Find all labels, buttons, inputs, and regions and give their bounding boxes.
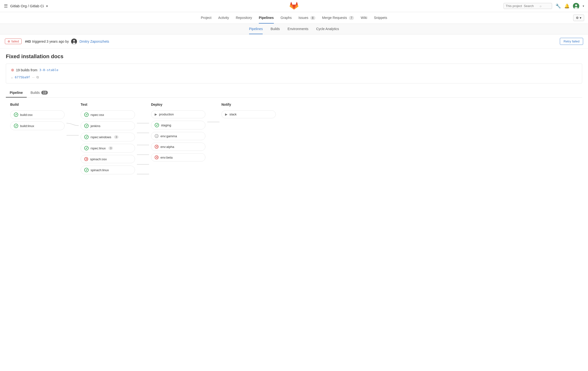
connector-deploy-notify [207, 103, 220, 127]
stage-build-jobs: ✔ build:osx ✔ build:linux [8, 110, 66, 130]
job-status-icon: ✕ [155, 155, 158, 159]
job-status-icon: ✔ [84, 112, 89, 117]
stage-test-jobs: ✔ rspec:osx ✔ jenkins ✔ rspec:windows 3 … [79, 110, 137, 174]
user-avatar[interactable] [573, 3, 579, 9]
job-status-icon: ✔ [155, 123, 159, 127]
job-label: env:alpha [160, 145, 174, 149]
settings-chevron-icon: ▾ [580, 16, 581, 20]
job-status-icon: ✔ [84, 135, 89, 139]
job-jenkins[interactable]: ✔ jenkins [81, 121, 135, 130]
bell-icon[interactable]: 🔔 [564, 3, 569, 9]
nav-merge-requests[interactable]: Merge Requests 7 [322, 12, 354, 23]
job-rspec-linux[interactable]: ✔ rspec:linux 3 [81, 144, 135, 152]
wrench-icon[interactable]: 🔧 [556, 3, 561, 9]
brand-link[interactable]: Gitlab Org / Gitlab Ci [10, 4, 44, 8]
job-status-icon: ✔ [84, 146, 89, 150]
job-status-icon: ✔ [84, 124, 89, 128]
pipeline-user-link[interactable]: Dmitry Zaporozhets [79, 40, 109, 43]
job-env-gamma[interactable]: ⊘ env:gamma [151, 132, 205, 140]
branch-link[interactable]: 3-0-stable [39, 68, 58, 72]
job-retry-badge: 3 [108, 146, 113, 150]
job-rspec-osx[interactable]: ✔ rspec:osx [81, 110, 135, 119]
job-spinach-osx[interactable]: ✕ spinach:osx [81, 155, 135, 163]
job-build-linux[interactable]: ✔ build:linux [10, 121, 64, 130]
failed-badge-label: failed [11, 40, 19, 43]
hamburger-icon[interactable]: ☰ [4, 3, 8, 9]
nav-repository[interactable]: Repository [236, 12, 252, 23]
job-label: rspec:windows [91, 135, 111, 139]
job-status-icon: ✕ [155, 145, 158, 149]
job-label: staging [161, 123, 171, 127]
commit-hash-link[interactable]: 6775ba9f [15, 75, 30, 79]
nav-graphs[interactable]: Graphs [281, 12, 292, 23]
job-label: jenkins [91, 124, 100, 128]
job-retry-badge: 3 [114, 135, 118, 139]
pipeline-subnav: Pipelines Builds Environments Cycle Anal… [0, 24, 588, 34]
nav-center [290, 1, 298, 11]
job-label: build:osx [20, 113, 32, 117]
search-box[interactable]: ⌕ [504, 3, 552, 9]
job-label: rspec:osx [91, 113, 104, 117]
pipeline-triggered-text: triggered 3 years ago by [32, 40, 69, 43]
settings-button[interactable]: ⚙ ▾ [573, 15, 584, 21]
page-title: Fixed installation docs [6, 53, 582, 60]
nav-left: ☰ Gitlab Org / Gitlab Ci ▾ [4, 3, 48, 9]
job-rspec-windows[interactable]: ✔ rspec:windows 3 [81, 133, 135, 141]
issues-badge: 8 [310, 16, 315, 20]
svg-point-5 [73, 42, 75, 44]
user-avatar-img [71, 39, 77, 44]
nav-right: ⌕ 🔧 🔔 ▾ [504, 3, 584, 9]
stage-test: Test ✔ rspec:osx ✔ jenkins ✔ rspec:windo… [79, 103, 137, 174]
job-env-alpha[interactable]: ✕ env:alpha [151, 143, 205, 151]
tab-builds[interactable]: Builds 19 [27, 88, 52, 98]
job-status-icon: ✔ [14, 124, 18, 128]
stage-notify: Notify ▶ slack [220, 103, 278, 118]
stage-build-header: Build [8, 103, 66, 106]
page-content: Fixed installation docs ⊗ 19 builds from… [0, 49, 588, 185]
top-navigation: ☰ Gitlab Org / Gitlab Ci ▾ ⌕ 🔧 🔔 [0, 0, 588, 12]
gitlab-logo [290, 1, 298, 10]
job-status-icon: ✔ [84, 168, 89, 172]
retry-failed-button[interactable]: Retry failed [560, 38, 583, 45]
nav-activity[interactable]: Activity [218, 12, 229, 23]
merge-requests-badge: 7 [349, 16, 354, 20]
nav-project[interactable]: Project [201, 12, 211, 23]
stage-deploy-jobs: ▶ production ✔ staging ⊘ env:gamma ✕ env… [149, 110, 207, 161]
connector-build-test [66, 103, 79, 151]
svg-point-4 [73, 40, 75, 41]
subnav-cycle-analytics[interactable]: Cycle Analytics [316, 24, 339, 34]
subnav-builds[interactable]: Builds [271, 24, 280, 34]
stage-build: Build ✔ build:osx ✔ build:linux [8, 103, 66, 130]
search-icon: ⌕ [540, 4, 542, 8]
builds-count-text: 19 builds from [16, 68, 37, 72]
subnav-pipelines[interactable]: Pipelines [249, 24, 263, 34]
nav-pipelines[interactable]: Pipelines [259, 12, 273, 23]
job-status-icon: ⊘ [155, 134, 158, 138]
stage-notify-header: Notify [220, 103, 278, 106]
job-slack[interactable]: ▶ slack [221, 110, 276, 118]
gear-icon: ⚙ [576, 16, 579, 20]
tab-pipeline[interactable]: Pipeline [6, 88, 27, 98]
pipeline-status-bar: ⊗ failed #43 triggered 3 years ago by Dm… [0, 34, 588, 49]
job-status-icon: ✔ [14, 112, 18, 117]
stage-deploy: Deploy ▶ production ✔ staging ⊘ env:gamm… [149, 103, 207, 161]
nav-issues[interactable]: Issues 8 [298, 12, 315, 23]
user-chevron-icon[interactable]: ▾ [583, 4, 584, 8]
chevron-down-icon[interactable]: ▾ [46, 4, 48, 8]
copy-icon[interactable]: ⧉ [36, 75, 39, 79]
pipeline-graph: Build ✔ build:osx ✔ build:linux Test [6, 103, 582, 180]
job-label: spinach:osx [90, 157, 107, 161]
connector-svg [137, 117, 149, 180]
job-env-beta[interactable]: ✕ env:beta [151, 153, 205, 161]
pipeline-number[interactable]: #43 [25, 40, 31, 43]
stage-deploy-header: Deploy [149, 103, 207, 106]
search-input[interactable] [506, 4, 540, 8]
nav-wiki[interactable]: Wiki [361, 12, 367, 23]
job-staging[interactable]: ✔ staging [151, 121, 205, 130]
job-build-osx[interactable]: ✔ build:osx [10, 110, 64, 119]
pipeline-tabs: Pipeline Builds 19 [6, 88, 582, 98]
nav-snippets[interactable]: Snippets [374, 12, 387, 23]
job-production[interactable]: ▶ production [151, 110, 205, 118]
job-spinach-linux[interactable]: ✔ spinach:linux [81, 166, 135, 174]
subnav-environments[interactable]: Environments [288, 24, 309, 34]
